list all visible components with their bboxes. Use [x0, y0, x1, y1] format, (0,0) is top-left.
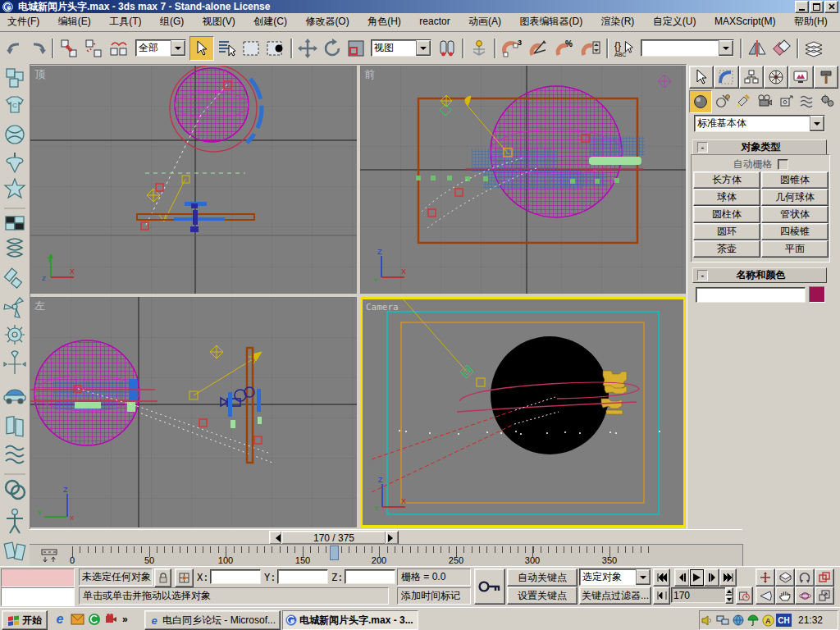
object-button-cylinder[interactable]: 圆柱体	[693, 206, 760, 223]
mini-curve-editor-button[interactable]	[39, 548, 59, 564]
ime-language-indicator[interactable]: CH	[776, 614, 792, 627]
menu-group[interactable]: 组(G)	[153, 13, 191, 30]
door-icon[interactable]	[7, 417, 23, 436]
viewport-left-label[interactable]: 左	[34, 299, 45, 313]
key-mode-dropdown[interactable]: 选定对象	[579, 568, 651, 586]
mail-quicklaunch-icon[interactable]	[71, 614, 84, 625]
volume-tray-icon[interactable]	[701, 615, 713, 626]
next-frame-button[interactable]	[704, 568, 719, 587]
category-geometry[interactable]	[689, 90, 712, 113]
pan-button[interactable]	[775, 587, 795, 605]
align-button[interactable]	[769, 37, 794, 60]
select-and-move-button[interactable]	[295, 37, 320, 60]
maxscript-mini-listener[interactable]	[1, 587, 75, 606]
time-slider-button[interactable]: 170 / 375	[281, 531, 386, 545]
set-key-button[interactable]: 设置关键点	[507, 587, 578, 605]
use-pivot-center-button[interactable]	[435, 37, 459, 60]
go-to-end-button[interactable]	[719, 568, 737, 587]
mirror-button[interactable]	[745, 37, 769, 60]
snap-toggle-button[interactable]: 3	[499, 37, 525, 60]
previous-frame-button[interactable]	[674, 568, 690, 587]
viewport-camera[interactable]: Camera	[360, 297, 686, 527]
checker-icon[interactable]	[6, 217, 24, 230]
object-button-teapot[interactable]: 茶壶	[693, 240, 760, 258]
absolute-offset-toggle-button[interactable]	[175, 568, 194, 587]
torus-knot-icon[interactable]	[6, 481, 25, 499]
category-cameras[interactable]	[754, 90, 775, 112]
select-by-name-button[interactable]	[214, 37, 239, 60]
weathervane-icon[interactable]	[4, 351, 25, 374]
star-icon[interactable]	[5, 179, 25, 198]
maxscript-mini-listener-macro[interactable]	[1, 568, 75, 587]
rectangular-selection-region-button[interactable]	[239, 37, 263, 60]
menu-rendering[interactable]: 渲染(R)	[594, 13, 642, 30]
named-selection-dropdown[interactable]	[641, 39, 734, 57]
menu-help[interactable]: 帮助(H)	[787, 13, 835, 30]
task-button-forum[interactable]: e 电白同乡论坛 - Microsof...	[144, 610, 281, 630]
unlink-button[interactable]	[81, 37, 106, 60]
select-and-rotate-button[interactable]	[320, 37, 345, 60]
reference-coordinate-dropdown[interactable]: 视图	[371, 39, 431, 57]
object-color-swatch[interactable]	[809, 286, 825, 303]
viewport-front[interactable]: 前	[360, 66, 686, 294]
current-frame-field[interactable]	[671, 587, 727, 603]
window-crossing-button[interactable]	[263, 37, 288, 60]
dropdown-arrow-icon[interactable]	[171, 40, 185, 56]
selection-lock-button[interactable]	[154, 568, 171, 587]
tab-modify[interactable]	[714, 66, 738, 89]
layer-manager-button[interactable]	[801, 37, 826, 60]
ime-a-tray-icon[interactable]: A	[762, 614, 774, 627]
viewport-top[interactable]: 顶	[30, 66, 357, 294]
close-button[interactable]	[824, 1, 838, 13]
menu-animation[interactable]: 动画(A)	[461, 13, 509, 30]
update-tray-icon[interactable]	[733, 614, 744, 626]
shirt-icon[interactable]: C	[7, 97, 23, 112]
titlebar[interactable]: 电城新闻片头字.max - 3ds max 7 - Stand-alone Li…	[0, 0, 840, 13]
play-button[interactable]	[689, 568, 705, 587]
cubes-icon[interactable]	[7, 69, 23, 87]
selection-filter-dropdown[interactable]: 全部	[135, 39, 186, 57]
menu-modifiers[interactable]: 修改器(O)	[298, 13, 356, 30]
dropdown-arrow-icon[interactable]	[810, 116, 824, 131]
select-and-manipulate-button[interactable]	[467, 37, 491, 60]
category-shapes[interactable]	[712, 90, 733, 112]
object-button-tube[interactable]: 管状体	[761, 206, 829, 223]
select-object-button[interactable]	[189, 36, 214, 61]
viewport-front-label[interactable]: 前	[364, 67, 375, 82]
time-configuration-button[interactable]	[736, 587, 753, 605]
angle-snap-button[interactable]	[525, 37, 551, 60]
time-slider-next-button[interactable]	[386, 531, 399, 545]
spinner-snap-button[interactable]	[578, 37, 604, 60]
tab-utilities[interactable]	[814, 66, 838, 89]
category-systems[interactable]	[817, 90, 838, 112]
add-time-tag[interactable]: 添加时间标记	[397, 587, 471, 605]
camera-quicklaunch-icon[interactable]	[104, 613, 117, 626]
time-slider-prev-button[interactable]	[269, 531, 282, 545]
rollout-collapse-icon[interactable]: -	[697, 270, 708, 281]
y-coordinate-field[interactable]	[277, 569, 328, 584]
arc-rotate-button[interactable]	[795, 587, 815, 605]
primitive-category-dropdown[interactable]: 标准基本体	[694, 115, 825, 132]
key-mode-toggle-button[interactable]	[653, 587, 670, 605]
set-keys-button[interactable]	[474, 568, 505, 605]
waves-icon[interactable]	[6, 446, 24, 463]
gear-icon[interactable]	[5, 325, 25, 345]
object-button-sphere[interactable]: 球体	[693, 189, 760, 206]
start-button[interactable]: 开始	[2, 610, 48, 630]
undo-button[interactable]	[3, 37, 26, 60]
object-button-box[interactable]: 长方体	[693, 171, 760, 189]
category-helpers[interactable]	[775, 90, 797, 112]
bind-to-spacewarp-button[interactable]	[106, 37, 132, 60]
category-spacewarps[interactable]	[797, 90, 818, 112]
redo-button[interactable]	[26, 37, 49, 60]
ie-quicklaunch-icon[interactable]: e	[52, 612, 67, 627]
object-button-torus[interactable]: 圆环	[693, 223, 760, 240]
object-type-rollout-header[interactable]: - 对象类型	[692, 139, 827, 155]
named-selection-sets-button[interactable]: {}ABC	[611, 37, 637, 60]
frame-spinner[interactable]	[725, 587, 733, 602]
tab-create[interactable]	[689, 66, 714, 89]
menu-customize[interactable]: 自定义(U)	[646, 13, 704, 30]
object-button-plane[interactable]: 平面	[761, 240, 829, 258]
dropdown-arrow-icon[interactable]	[416, 40, 431, 56]
select-and-link-button[interactable]	[57, 37, 81, 60]
